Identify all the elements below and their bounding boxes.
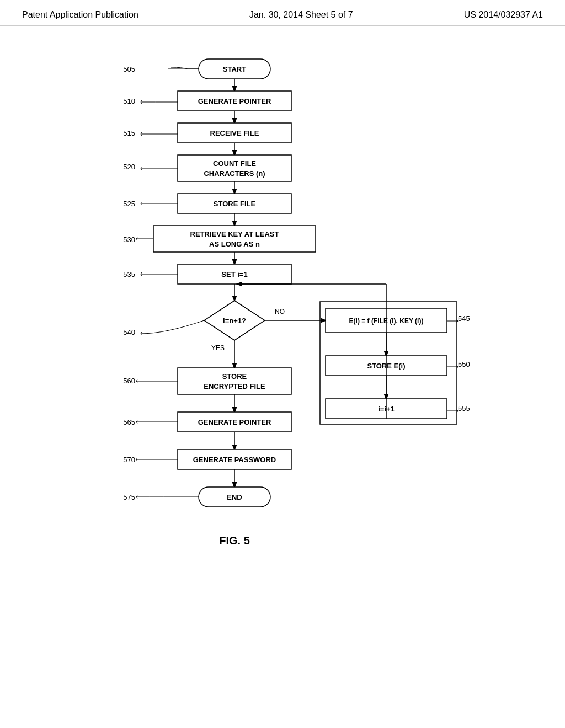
svg-text:CHARACTERS (n): CHARACTERS (n) xyxy=(204,169,265,178)
svg-text:FIG. 5: FIG. 5 xyxy=(219,534,250,547)
header-left: Patent Application Publication xyxy=(22,10,138,20)
svg-text:555: 555 xyxy=(458,404,470,413)
page-header: Patent Application Publication Jan. 30, … xyxy=(0,0,565,26)
diagram-area: START 505 GENERATE POINTER 510 RECEIVE F… xyxy=(0,26,565,724)
svg-text:ENCRYPTED FILE: ENCRYPTED FILE xyxy=(204,382,265,390)
svg-text:YES: YES xyxy=(211,344,225,352)
svg-text:SET i=1: SET i=1 xyxy=(221,270,247,279)
svg-text:565: 565 xyxy=(123,418,135,426)
svg-text:560: 560 xyxy=(123,377,135,385)
svg-text:550: 550 xyxy=(458,360,470,368)
svg-text:COUNT FILE: COUNT FILE xyxy=(213,159,256,168)
svg-text:535: 535 xyxy=(123,270,135,279)
svg-text:i=n+1?: i=n+1? xyxy=(223,317,246,325)
svg-text:575: 575 xyxy=(123,493,135,501)
header-center: Jan. 30, 2014 Sheet 5 of 7 xyxy=(249,10,353,20)
header-right: US 2014/032937 A1 xyxy=(464,10,543,20)
svg-text:515: 515 xyxy=(123,129,135,137)
svg-text:STORE: STORE xyxy=(222,372,247,381)
svg-text:GENERATE PASSWORD: GENERATE PASSWORD xyxy=(193,456,276,464)
svg-text:570: 570 xyxy=(123,456,135,464)
svg-text:START: START xyxy=(223,65,246,73)
svg-text:525: 525 xyxy=(123,200,135,208)
svg-text:540: 540 xyxy=(123,328,135,336)
svg-text:GENERATE POINTER: GENERATE POINTER xyxy=(198,418,271,426)
svg-text:RETRIEVE KEY AT LEAST: RETRIEVE KEY AT LEAST xyxy=(190,230,279,238)
svg-text:STORE FILE: STORE FILE xyxy=(214,200,256,208)
svg-text:545: 545 xyxy=(458,314,470,323)
svg-text:RECEIVE FILE: RECEIVE FILE xyxy=(210,129,259,137)
svg-text:510: 510 xyxy=(123,97,135,105)
svg-text:530: 530 xyxy=(123,235,135,244)
svg-text:505: 505 xyxy=(123,65,135,73)
svg-text:END: END xyxy=(227,493,242,501)
svg-text:GENERATE POINTER: GENERATE POINTER xyxy=(198,97,271,105)
svg-text:AS LONG AS  n: AS LONG AS n xyxy=(209,240,260,248)
svg-text:520: 520 xyxy=(123,163,135,171)
svg-text:NO: NO xyxy=(275,308,285,315)
